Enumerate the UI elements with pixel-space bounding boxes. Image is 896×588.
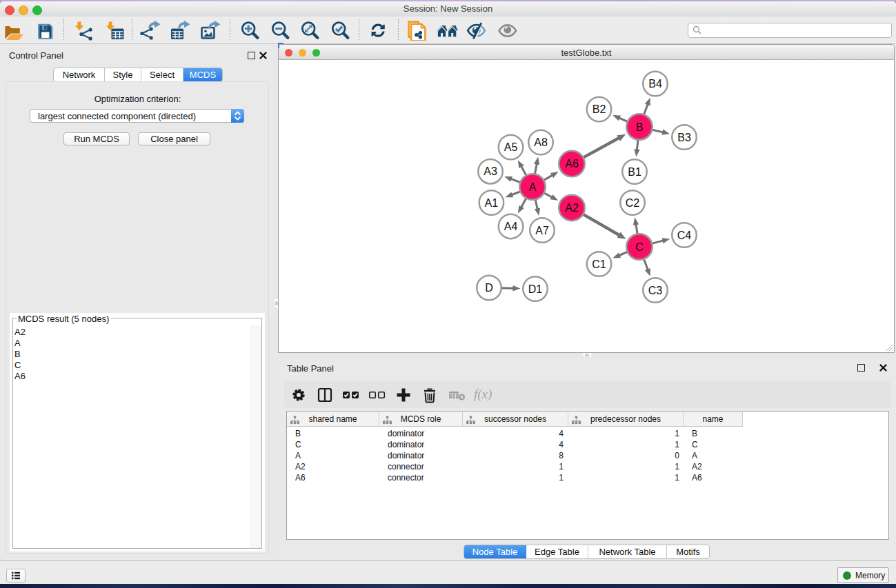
svg-text:A: A xyxy=(529,181,537,193)
svg-text:D1: D1 xyxy=(528,283,543,295)
svg-text:A5: A5 xyxy=(504,141,518,153)
svg-text:C3: C3 xyxy=(648,285,663,296)
svg-text:B1: B1 xyxy=(628,166,641,178)
svg-text:D: D xyxy=(485,282,493,294)
svg-text:C: C xyxy=(635,241,644,253)
svg-text:B3: B3 xyxy=(677,132,691,143)
svg-text:C1: C1 xyxy=(592,258,606,270)
svg-text:B2: B2 xyxy=(593,103,606,115)
svg-text:C2: C2 xyxy=(626,197,640,209)
svg-text:A2: A2 xyxy=(565,202,579,214)
svg-text:A3: A3 xyxy=(484,165,497,177)
svg-text:C4: C4 xyxy=(677,230,692,241)
svg-text:B4: B4 xyxy=(648,78,662,90)
svg-text:A6: A6 xyxy=(565,158,579,170)
svg-text:A7: A7 xyxy=(535,225,549,236)
svg-text:A1: A1 xyxy=(485,197,499,209)
svg-text:B: B xyxy=(636,121,644,133)
svg-text:A8: A8 xyxy=(534,136,548,148)
svg-text:A4: A4 xyxy=(504,221,518,232)
